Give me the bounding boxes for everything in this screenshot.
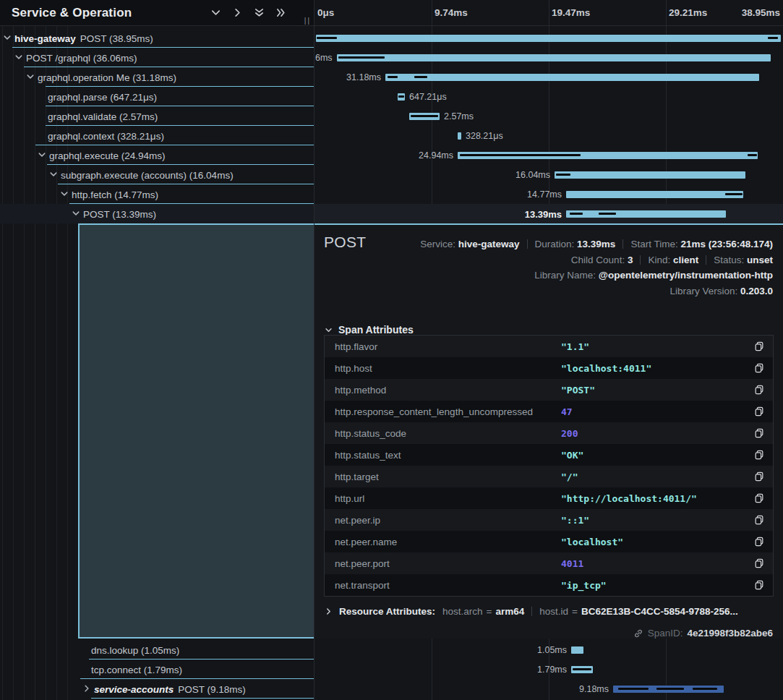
child-span-marker xyxy=(573,668,591,670)
attribute-value: "1.1" xyxy=(561,341,589,352)
chevron-down-icon[interactable] xyxy=(60,189,69,198)
span-bar[interactable] xyxy=(337,54,771,61)
chevron-down-icon[interactable] xyxy=(72,209,80,218)
span-bar-row: 1.79ms xyxy=(315,660,783,679)
attribute-row[interactable]: http.status_code200 xyxy=(325,422,773,444)
tree-row-label: POST (13.39ms) xyxy=(83,208,156,219)
attribute-row[interactable]: net.peer.name"localhost" xyxy=(325,531,773,552)
chevron-down-icon[interactable] xyxy=(38,150,46,159)
meta-label: Library Version: xyxy=(669,286,740,296)
resource-attributes-title: Resource Attributes: xyxy=(339,606,435,617)
attribute-row[interactable]: http.method"POST" xyxy=(325,379,773,401)
tree-row[interactable]: dns.lookup (1.05ms) xyxy=(0,640,314,660)
copy-value-button[interactable] xyxy=(754,537,764,547)
meta-value: @opentelemetry/instrumentation-http xyxy=(599,270,773,281)
copy-value-button[interactable] xyxy=(754,450,764,461)
tree-row-chevron[interactable] xyxy=(82,683,91,696)
copy-value-button[interactable] xyxy=(754,471,764,482)
tree-row-chevron[interactable] xyxy=(60,188,69,201)
collapse-one-icon[interactable] xyxy=(210,7,221,18)
attribute-row[interactable]: http.response_content_length_uncompresse… xyxy=(325,401,773,422)
tree-row[interactable]: POST /graphql (36.06ms) xyxy=(0,48,314,67)
tree-row-chevron[interactable] xyxy=(26,71,35,84)
resource-attributes-row[interactable]: Resource Attributes: host.arch=arm64host… xyxy=(325,606,738,617)
span-duration-label: 6ms xyxy=(315,53,333,63)
tree-row[interactable]: subgraph.execute (accounts) (16.04ms) xyxy=(0,165,314,184)
tree-row[interactable]: graphql.execute (24.94ms) xyxy=(0,145,314,165)
span-duration-label: 13.39ms xyxy=(525,208,562,219)
service-name: hive-gateway xyxy=(14,33,76,43)
tree-row[interactable]: hive-gatewayPOST (38.95ms) xyxy=(0,28,314,48)
collapse-all-icon[interactable] xyxy=(254,7,265,18)
span-duration-label: 647.21μs xyxy=(409,92,447,102)
span-attributes-header[interactable]: Span Attributes xyxy=(325,324,414,336)
copy-icon xyxy=(754,428,764,439)
expand-all-icon[interactable] xyxy=(275,7,286,18)
span-bar[interactable] xyxy=(458,152,758,159)
tree-row[interactable]: graphql.operation Me (31.18ms) xyxy=(0,67,314,87)
service-operation-title: Service & Operation xyxy=(0,6,132,20)
tree-row[interactable]: POST (13.39ms) xyxy=(0,204,314,223)
span-bar[interactable] xyxy=(566,210,726,218)
tree-row[interactable]: graphql.context (328.21μs) xyxy=(0,126,314,145)
chevron-right-icon[interactable] xyxy=(82,684,91,693)
tree-row[interactable]: tcp.connect (1.79ms) xyxy=(0,660,314,679)
tree-row-chevron[interactable] xyxy=(14,51,23,64)
attribute-row[interactable]: http.host"localhost:4011" xyxy=(325,357,773,379)
tree-row[interactable]: http.fetch (14.77ms) xyxy=(0,184,314,204)
span-bar[interactable] xyxy=(613,686,724,693)
span-bar[interactable] xyxy=(316,35,781,42)
span-bar[interactable] xyxy=(398,93,405,101)
attribute-row[interactable]: http.target"/" xyxy=(325,466,773,487)
tree-row-chevron[interactable] xyxy=(38,149,46,162)
expand-one-icon[interactable] xyxy=(232,7,243,18)
attribute-row[interactable]: net.peer.ip"::1" xyxy=(325,509,773,531)
span-bar[interactable] xyxy=(571,646,583,654)
tree-row-chevron[interactable] xyxy=(72,208,80,221)
chevron-down-icon[interactable] xyxy=(14,53,23,61)
copy-value-button[interactable] xyxy=(754,428,764,439)
span-bar-row: 1.05ms xyxy=(315,640,783,660)
span-bar[interactable] xyxy=(385,74,759,81)
chevron-down-icon[interactable] xyxy=(49,170,58,179)
tree-row[interactable]: graphql.parse (647.21μs) xyxy=(0,87,314,106)
tree-controls xyxy=(210,7,314,18)
copy-value-button[interactable] xyxy=(754,558,764,569)
copy-value-button[interactable] xyxy=(754,363,764,374)
copy-value-button[interactable] xyxy=(754,493,764,504)
attribute-row[interactable]: http.url"http://localhost:4011/" xyxy=(325,487,773,509)
copy-value-button[interactable] xyxy=(754,580,764,591)
span-bar[interactable] xyxy=(409,113,440,120)
copy-value-button[interactable] xyxy=(754,515,764,526)
span-id-link[interactable]: SpanID: 4e21998f3b82abe6 xyxy=(633,628,773,639)
attribute-row[interactable]: http.status_text"OK" xyxy=(325,444,773,466)
span-bar[interactable] xyxy=(566,191,743,198)
attribute-row[interactable]: net.transport"ip_tcp" xyxy=(325,574,773,596)
copy-icon xyxy=(754,363,764,374)
tree-row-chevron[interactable] xyxy=(49,168,58,182)
span-bar[interactable] xyxy=(571,666,593,673)
span-bar[interactable] xyxy=(458,132,461,140)
chevron-down-icon[interactable] xyxy=(26,72,35,81)
span-bar-row: 2.57ms xyxy=(315,106,783,126)
copy-value-button[interactable] xyxy=(754,406,764,417)
tree-row-label: http.fetch (14.77ms) xyxy=(72,189,158,200)
attribute-value: "ip_tcp" xyxy=(561,580,607,591)
copy-icon xyxy=(754,558,764,569)
tree-row[interactable]: graphql.validate (2.57ms) xyxy=(0,106,314,126)
attribute-key: http.url xyxy=(325,493,561,504)
column-resize-handle[interactable]: || xyxy=(304,17,311,25)
attribute-row[interactable]: net.peer.port4011 xyxy=(325,552,773,574)
span-bar[interactable] xyxy=(555,171,745,179)
span-detail-title: POST xyxy=(324,234,366,251)
attribute-row[interactable]: http.flavor"1.1" xyxy=(325,336,773,357)
tree-row-chevron[interactable] xyxy=(3,32,12,45)
attribute-value: 47 xyxy=(561,406,573,417)
attribute-value: 4011 xyxy=(561,558,583,569)
copy-value-button[interactable] xyxy=(754,385,764,396)
tree-row[interactable]: service-accountsPOST (9.18ms) xyxy=(0,679,314,699)
chevron-down-icon[interactable] xyxy=(3,33,12,42)
column-divider[interactable] xyxy=(314,0,315,700)
span-bar-row: 9.18ms xyxy=(315,679,783,699)
copy-value-button[interactable] xyxy=(754,341,764,352)
